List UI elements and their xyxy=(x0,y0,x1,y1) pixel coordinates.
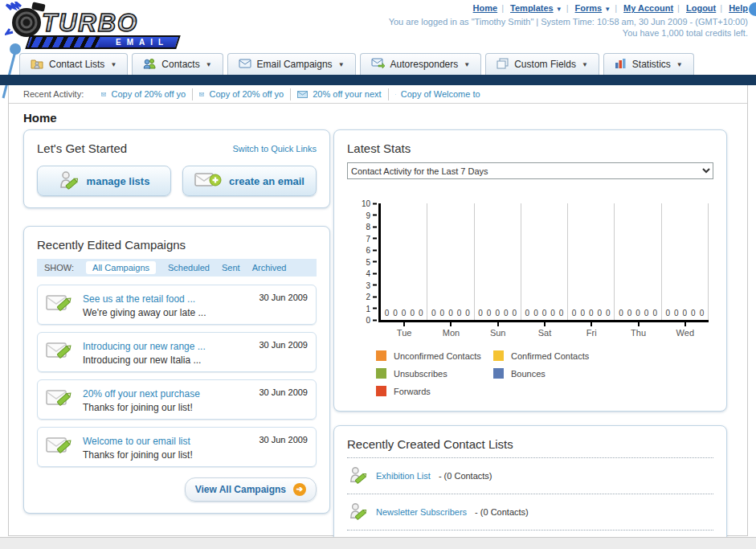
latest-stats-title: Latest Stats xyxy=(347,141,713,155)
recent-activity-bar: Recent Activity: Copy of 20% off yo Copy… xyxy=(9,85,747,104)
contact-lists-panel: Recently Created Contact Lists Exhibitio… xyxy=(333,425,727,549)
contact-list-item[interactable]: Newsletter Subscribers - (0 Contacts) xyxy=(347,494,713,531)
campaigns-title: Recently Edited Campaigns xyxy=(37,238,317,252)
data-value-label: 0 xyxy=(431,309,436,318)
campaign-card[interactable]: 20% off your next purchase Thanks for jo… xyxy=(37,379,317,420)
campaigns-panel: Recently Edited Campaigns SHOW: All Camp… xyxy=(23,226,330,514)
view-all-campaigns-button[interactable]: View All Campaigns ➔ xyxy=(185,477,317,502)
data-value-label: 0 xyxy=(525,309,530,318)
data-value-label: 0 xyxy=(606,309,611,318)
contact-list-count: - (0 Contacts) xyxy=(475,507,529,517)
legend-swatch xyxy=(493,350,504,361)
footer xyxy=(0,537,756,549)
help-bubble-icon[interactable] xyxy=(749,2,756,16)
filter-all-campaigns[interactable]: All Campaigns xyxy=(86,261,156,274)
data-value-label: 0 xyxy=(402,309,407,318)
legend-item: Forwards xyxy=(376,386,493,396)
campaign-title-link[interactable]: See us at the retail food ... xyxy=(83,293,195,305)
tab-statistics[interactable]: Statistics ▼ xyxy=(603,53,694,75)
tab-autoresponders[interactable]: Autoresponders ▼ xyxy=(360,53,482,75)
data-value-label: 0 xyxy=(533,309,538,318)
create-email-button[interactable]: create an email xyxy=(182,166,317,196)
nav-link-templates[interactable]: Templates xyxy=(510,3,554,13)
filter-scheduled[interactable]: Scheduled xyxy=(168,263,210,272)
person-pencil-icon xyxy=(59,170,80,193)
person-pencil-icon xyxy=(349,501,368,523)
recent-activity-item[interactable]: Copy of 20% off yo xyxy=(193,88,291,100)
x-tick-label: Fri xyxy=(568,322,615,338)
nav-link-my-account[interactable]: My Account xyxy=(623,3,673,13)
legend-item: Unconfirmed Contacts xyxy=(376,350,493,361)
data-value-label: 0 xyxy=(410,309,415,318)
legend-swatch xyxy=(376,350,386,361)
caret-down-icon: ▼ xyxy=(464,61,470,68)
campaign-title-link[interactable]: 20% off your next purchase xyxy=(83,388,200,399)
contact-lists-title: Recently Created Contact Lists xyxy=(347,437,713,458)
switch-quick-links-link[interactable]: Switch to Quick Links xyxy=(232,144,317,154)
legend-item: Unsubscribes xyxy=(376,368,493,379)
envelope-pencil-icon xyxy=(46,434,75,460)
tab-label: Email Campaigns xyxy=(257,59,333,70)
legend-swatch xyxy=(376,386,386,396)
envelope-icon xyxy=(239,59,251,71)
data-value-label: 0 xyxy=(683,309,688,318)
credits-info: You have 1,000 total credits left. xyxy=(389,28,748,38)
tab-email-campaigns[interactable]: Email Campaigns ▼ xyxy=(227,53,356,75)
tab-contact-lists[interactable]: Contact Lists ▼ xyxy=(19,53,128,75)
filter-archived[interactable]: Archived xyxy=(252,263,287,272)
y-tick-label: 8 xyxy=(366,223,370,231)
campaign-title-link[interactable]: Welcome to our email list xyxy=(83,436,190,447)
chart-group: 00000 xyxy=(615,203,661,320)
tab-label: Autoresponders xyxy=(390,59,459,70)
data-value-label: 0 xyxy=(652,309,657,318)
data-value-label: 0 xyxy=(691,309,696,318)
data-value-label: 0 xyxy=(550,309,555,318)
y-tick-label: 0 xyxy=(366,316,370,325)
tab-custom-fields[interactable]: Custom Fields ▼ xyxy=(485,53,599,75)
manage-lists-button[interactable]: manage lists xyxy=(37,166,171,196)
data-value-label: 0 xyxy=(665,309,670,318)
y-tick-label: 9 xyxy=(366,211,370,219)
nav-link-help[interactable]: Help xyxy=(729,3,748,13)
data-value-label: 0 xyxy=(419,309,423,318)
contact-list-count: - (0 Contacts) xyxy=(439,471,492,481)
recent-activity-item[interactable]: Copy of 20% off yo xyxy=(95,88,193,100)
contact-list-link[interactable]: Exhibition List xyxy=(376,471,431,481)
tab-label: Statistics xyxy=(632,59,671,70)
nav-link-home[interactable]: Home xyxy=(473,3,498,13)
campaign-title-link[interactable]: Introducing our new range ... xyxy=(83,341,206,352)
pages-icon xyxy=(497,58,509,72)
header: TURBO EMAIL Home| Templates ▼| Forms ▼| … xyxy=(0,0,756,53)
chart-y-axis: 109876543210 xyxy=(354,203,377,320)
data-value-label: 0 xyxy=(513,309,517,318)
tab-label: Contacts xyxy=(161,59,199,70)
y-tick-label: 7 xyxy=(366,234,370,243)
contact-list-link[interactable]: Newsletter Subscribers xyxy=(376,507,467,517)
data-value-label: 0 xyxy=(448,309,453,318)
campaign-card[interactable]: Welcome to our email list Thanks for joi… xyxy=(37,427,317,467)
logo-email-banner: EMAIL xyxy=(25,35,181,49)
logo-subtitle: EMAIL xyxy=(116,38,177,47)
manage-lists-label: manage lists xyxy=(87,175,150,187)
legend-swatch xyxy=(493,368,504,379)
tab-contacts[interactable]: Contacts ▼ xyxy=(132,53,223,75)
campaign-subtitle: We're giving away our late ... xyxy=(83,307,251,318)
get-started-panel: Let's Get Started Switch to Quick Links xyxy=(23,129,330,208)
campaign-list: See us at the retail food ... We're givi… xyxy=(37,285,317,467)
nav-link-forms[interactable]: Forms xyxy=(575,3,603,13)
stats-dropdown[interactable]: Contact Activity for the Last 7 Days xyxy=(347,162,713,179)
left-column: Let's Get Started Switch to Quick Links xyxy=(23,129,330,514)
recent-activity-item[interactable]: 20% off your next xyxy=(291,88,388,100)
tab-label: Custom Fields xyxy=(514,59,576,70)
campaign-card[interactable]: See us at the retail food ... We're givi… xyxy=(37,285,317,325)
y-tick-label: 4 xyxy=(366,269,370,278)
filter-sent[interactable]: Sent xyxy=(222,263,240,272)
campaign-card[interactable]: Introducing our new range ... Introducin… xyxy=(37,332,317,372)
campaign-date: 30 Jun 2009 xyxy=(259,387,308,397)
recent-activity-item[interactable]: Copy of Welcome to xyxy=(389,88,487,100)
x-tick-label: Sat xyxy=(521,322,568,338)
data-value-label: 0 xyxy=(598,309,603,318)
contact-list-item[interactable]: Exhibition List - (0 Contacts) xyxy=(347,458,713,494)
nav-link-logout[interactable]: Logout xyxy=(686,3,716,13)
x-tick-label: Wed xyxy=(662,322,709,338)
